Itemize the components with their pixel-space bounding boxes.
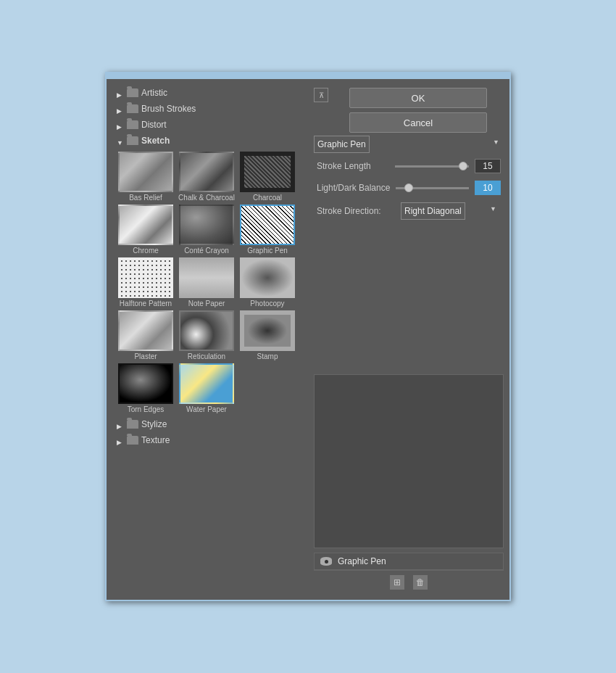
thumb-label: Note Paper <box>188 300 225 307</box>
thumbnail-torn-edges <box>118 363 173 404</box>
stroke-length-row: Stroke Length <box>317 159 501 173</box>
sidebar-item-label: Artistic <box>141 88 167 98</box>
stroke-length-label: Stroke Length <box>317 161 389 171</box>
sidebar-item-stylize[interactable]: Stylize <box>112 416 308 432</box>
cancel-button[interactable]: Cancel <box>349 112 487 133</box>
bottom-bar: ⊞ 🗑 <box>314 570 504 594</box>
thumb-label: Torn Edges <box>128 405 165 413</box>
filter-dropdown-wrap: Graphic Pen <box>314 136 504 153</box>
thumb-label: Plaster <box>134 352 157 360</box>
folder-icon <box>127 88 138 97</box>
sidebar-item-label: Distort <box>141 120 167 130</box>
sidebar-item-label: Texture <box>141 435 170 445</box>
stroke-length-value[interactable] <box>475 159 501 173</box>
stroke-direction-wrap: Right Diagonal Left Diagonal Horizontal … <box>401 202 501 220</box>
thumb-label: Charcoal <box>253 194 282 202</box>
light-dark-label: Light/Dark Balance <box>317 183 390 193</box>
folder-icon <box>127 436 138 445</box>
list-item[interactable]: Reticulation <box>178 310 236 360</box>
folder-icon <box>127 104 138 113</box>
thumb-label: Water Paper <box>186 405 227 413</box>
thumbnail-water-paper <box>179 363 234 404</box>
dialog-titlebar <box>107 73 509 79</box>
folder-icon <box>127 420 138 429</box>
delete-layer-button[interactable]: 🗑 <box>413 575 428 590</box>
stroke-direction-label: Stroke Direction: <box>317 206 396 216</box>
new-layer-button[interactable]: ⊞ <box>390 575 404 590</box>
list-item[interactable]: Torn Edges <box>117 363 175 413</box>
folder-icon <box>127 136 138 145</box>
thumbnail-stamp <box>240 310 295 351</box>
delete-icon: 🗑 <box>416 577 425 587</box>
light-dark-balance-row: Light/Dark Balance <box>317 181 501 195</box>
filter-gallery-dialog: Artistic Brush Strokes Distort Sketch <box>105 72 511 601</box>
collapse-area: ⊼ <box>314 88 328 102</box>
ok-button[interactable]: OK <box>349 88 487 108</box>
light-dark-slider-track[interactable] <box>396 187 469 189</box>
filter-select-row: Graphic Pen <box>314 136 504 153</box>
stroke-direction-select[interactable]: Right Diagonal Left Diagonal Horizontal … <box>401 202 465 220</box>
list-item[interactable]: Charcoal <box>238 152 296 202</box>
thumbnail-photocopy <box>240 257 295 298</box>
collapse-button[interactable]: ⊼ <box>314 88 328 102</box>
list-item[interactable]: Halftone Pattern <box>117 257 175 307</box>
filter-dropdown[interactable]: Graphic Pen <box>314 136 370 153</box>
list-item[interactable]: Photocopy <box>238 257 296 307</box>
thumbnail-bas-relief <box>118 152 173 192</box>
arrow-right-icon <box>117 121 124 128</box>
controls-area: Stroke Length Light/Dark Balance <box>314 153 504 374</box>
thumbnail-conte-crayon <box>179 205 234 245</box>
list-item[interactable]: Note Paper <box>178 257 236 307</box>
list-item[interactable]: Water Paper <box>178 363 236 413</box>
stroke-direction-row: Stroke Direction: Right Diagonal Left Di… <box>317 202 501 220</box>
thumbnail-note-paper <box>179 257 234 298</box>
right-header: ⊼ OK Cancel <box>314 85 504 136</box>
thumb-label: Chrome <box>133 247 159 255</box>
layer-name: Graphic Pen <box>338 556 386 566</box>
left-panel: Artistic Brush Strokes Distort Sketch <box>112 85 308 594</box>
sidebar-item-label: Sketch <box>141 136 170 146</box>
sidebar-item-brush-strokes[interactable]: Brush Strokes <box>112 101 308 117</box>
sidebar-item-artistic[interactable]: Artistic <box>112 85 308 101</box>
arrow-right-icon <box>117 421 124 428</box>
thumbnail-charcoal <box>240 152 295 192</box>
sidebar-item-label: Stylize <box>141 419 167 429</box>
thumb-label: Reticulation <box>188 352 225 360</box>
list-item[interactable]: Chalk & Charcoal <box>178 152 236 202</box>
filter-layer-bar: Graphic Pen <box>314 553 504 570</box>
thumb-label: Conté Crayon <box>184 247 229 255</box>
list-item[interactable]: Chrome <box>117 205 175 255</box>
thumbnail-halftone-pattern <box>118 257 173 298</box>
arrow-right-icon <box>117 105 124 112</box>
stroke-length-slider-track[interactable] <box>395 165 469 168</box>
preview-area <box>314 374 504 548</box>
buttons-col: OK Cancel <box>333 88 504 133</box>
list-item[interactable]: Conté Crayon <box>178 205 236 255</box>
thumbnail-chrome <box>118 205 173 245</box>
right-panel: ⊼ OK Cancel Graphic Pen Strok <box>314 85 504 594</box>
list-item[interactable]: Bas Relief <box>117 152 175 202</box>
eye-icon[interactable] <box>320 557 332 566</box>
stroke-length-slider-thumb[interactable] <box>459 162 467 170</box>
thumb-label: Graphic Pen <box>247 247 288 255</box>
list-item[interactable]: Plaster <box>117 310 175 360</box>
thumbnail-graphic-pen <box>240 205 295 245</box>
thumb-label: Stamp <box>257 352 278 360</box>
thumbnail-reticulation <box>179 310 234 351</box>
thumbnail-chalk-charcoal <box>179 152 234 192</box>
list-item[interactable]: Graphic Pen <box>238 205 296 255</box>
thumbnail-plaster <box>118 310 173 351</box>
list-item[interactable]: Stamp <box>238 310 296 360</box>
dialog-body: Artistic Brush Strokes Distort Sketch <box>107 79 509 600</box>
new-layer-icon: ⊞ <box>394 577 401 587</box>
sketch-thumbnails-grid: Bas Relief Chalk & Charcoal Charcoal Chr… <box>112 149 308 416</box>
thumb-label: Bas Relief <box>129 194 162 202</box>
arrow-right-icon <box>117 89 124 96</box>
sidebar-item-texture[interactable]: Texture <box>112 432 308 448</box>
sidebar-item-distort[interactable]: Distort <box>112 117 308 133</box>
sidebar-item-sketch[interactable]: Sketch <box>112 133 308 149</box>
thumb-label: Photocopy <box>250 300 284 307</box>
arrow-down-icon <box>117 137 124 144</box>
light-dark-slider-thumb[interactable] <box>404 183 413 192</box>
light-dark-value[interactable] <box>475 181 501 195</box>
